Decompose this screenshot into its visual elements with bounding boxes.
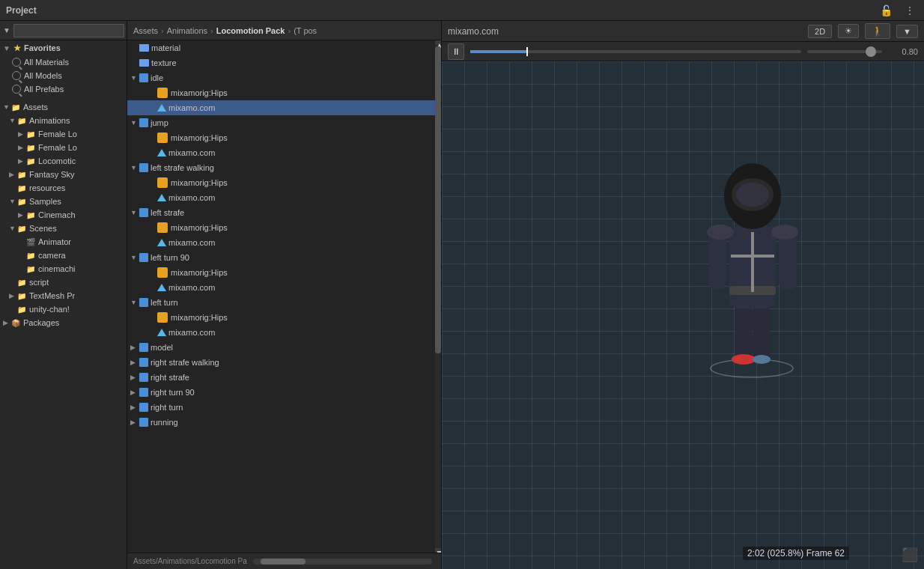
file-item-right-turn[interactable]: ▶ right turn xyxy=(127,400,435,415)
lighting-button[interactable]: ☀ xyxy=(838,24,859,38)
scroll-thumb[interactable] xyxy=(435,46,441,353)
sidebar-item-assets[interactable]: ▼ 📁 Assets xyxy=(0,100,127,114)
dropdown-arrow[interactable]: ▼ xyxy=(3,26,10,34)
file-item-left-strafe-walking[interactable]: ▼ left strafe walking xyxy=(127,160,435,175)
rsw-arrow[interactable]: ▶ xyxy=(130,359,139,366)
file-item-left-strafe[interactable]: ▼ left strafe xyxy=(127,205,435,220)
top-bar: Project 🔓 ⋮ xyxy=(0,0,924,21)
timeline-track[interactable] xyxy=(470,50,801,53)
2d-mode-button[interactable]: 2D xyxy=(808,25,832,38)
lt-arrow[interactable]: ▼ xyxy=(130,299,139,306)
file-item-lsw-anim[interactable]: mixamo.com xyxy=(127,190,435,205)
file-item-jump-hips[interactable]: mixamorig:Hips xyxy=(127,130,435,145)
file-item-right-strafe-walking[interactable]: ▶ right strafe walking xyxy=(127,355,435,370)
animations-label: Animations xyxy=(29,116,70,125)
sidebar-item-locomotic[interactable]: ▶ 📁 Locomotic xyxy=(0,154,127,168)
run-label: running xyxy=(151,418,178,427)
ls-label: left strafe xyxy=(151,208,184,217)
sidebar-item-cinemach[interactable]: ▶ 📁 Cinemach xyxy=(0,208,127,222)
sidebar-item-packages[interactable]: ▶ 📦 Packages xyxy=(0,316,127,329)
play-button[interactable]: ⏸ xyxy=(448,43,464,60)
file-item-material[interactable]: material xyxy=(127,40,435,55)
sidebar-item-all-materials[interactable]: All Materials xyxy=(0,55,127,69)
scroll-up-arrow[interactable]: ▲ xyxy=(435,40,441,45)
ls-arrow[interactable]: ▼ xyxy=(130,209,139,216)
file-item-lt-anim[interactable]: mixamo.com xyxy=(127,325,435,340)
timeline-speed-slider[interactable] xyxy=(807,50,882,53)
viewport-canvas: 2:02 (025.8%) Frame 62 ⬛ xyxy=(442,61,924,569)
sidebar-item-fantasy-sky[interactable]: ▶ 📁 Fantasy Sky xyxy=(0,168,127,181)
samp-icon: 📁 xyxy=(16,196,27,207)
model-cube-icon xyxy=(139,343,148,352)
jump-hips-icon xyxy=(157,133,168,143)
sidebar-item-all-prefabs[interactable]: All Prefabs xyxy=(0,82,127,96)
fs-arrow: ▶ xyxy=(9,171,16,178)
idle-arrow[interactable]: ▼ xyxy=(130,74,139,82)
sidebar-item-all-models[interactable]: All Models xyxy=(0,69,127,82)
samp-arrow: ▼ xyxy=(9,198,16,205)
file-item-texture[interactable]: texture xyxy=(127,55,435,70)
character-button[interactable]: 🚶 xyxy=(865,23,890,39)
file-item-idle[interactable]: ▼ idle xyxy=(127,70,435,85)
sidebar-item-scenes[interactable]: ▼ 📁 Scenes xyxy=(0,222,127,235)
file-item-lt90-anim[interactable]: mixamo.com xyxy=(127,280,435,295)
character-svg xyxy=(692,106,812,391)
breadcrumb-animations[interactable]: Animations xyxy=(167,26,207,35)
sidebar-item-samples[interactable]: ▼ 📁 Samples xyxy=(0,195,127,208)
breadcrumb-sep-1: › xyxy=(161,26,164,35)
file-item-ls-anim[interactable]: mixamo.com xyxy=(127,235,435,250)
file-item-model[interactable]: ▶ model xyxy=(127,340,435,355)
jump-arrow[interactable]: ▼ xyxy=(130,119,139,127)
all-materials-label: All Materials xyxy=(24,58,69,67)
lsw-cube-icon xyxy=(139,163,148,172)
favorites-arrow[interactable]: ▼ xyxy=(3,44,10,52)
rt-label: right turn xyxy=(151,403,183,412)
file-item-left-turn-90[interactable]: ▼ left turn 90 xyxy=(127,250,435,265)
scroll-down-arrow[interactable]: ▼ xyxy=(435,548,441,553)
menu-icon[interactable]: ⋮ xyxy=(902,3,918,18)
ls-hips-icon xyxy=(157,222,168,233)
model-arrow[interactable]: ▶ xyxy=(130,344,139,351)
dropdown-button[interactable]: ▼ xyxy=(896,25,918,38)
sidebar-item-cinemachi[interactable]: ▶ 📁 cinemachi xyxy=(0,262,127,276)
sidebar-item-female-lo-1[interactable]: ▶ 📁 Female Lo xyxy=(0,127,127,141)
file-item-running[interactable]: ▶ running xyxy=(127,415,435,430)
file-item-ls-hips[interactable]: mixamorig:Hips xyxy=(127,220,435,235)
run-cube-icon xyxy=(139,418,148,427)
run-arrow[interactable]: ▶ xyxy=(130,419,139,426)
rt-arrow[interactable]: ▶ xyxy=(130,404,139,411)
breadcrumb-locomotion[interactable]: Locomotion Pack xyxy=(216,26,285,35)
lt90-arrow[interactable]: ▼ xyxy=(130,254,139,261)
sidebar-item-unity-chan[interactable]: ▶ 📁 unity-chan! xyxy=(0,302,127,316)
breadcrumb-assets[interactable]: Assets xyxy=(133,26,158,35)
lock-icon[interactable]: 🔓 xyxy=(877,3,896,18)
file-item-idle-hips[interactable]: mixamorig:Hips xyxy=(127,85,435,100)
breadcrumb-sep-2: › xyxy=(210,26,213,35)
sidebar-item-resources[interactable]: ▶ 📁 resources xyxy=(0,181,127,195)
mid-panel-scrollbar[interactable]: ▲ ▼ xyxy=(435,40,441,553)
lsw-arrow[interactable]: ▼ xyxy=(130,164,139,171)
file-item-right-turn-90[interactable]: ▶ right turn 90 xyxy=(127,385,435,400)
horizontal-scrollbar[interactable] xyxy=(253,559,432,565)
file-item-right-strafe[interactable]: ▶ right strafe xyxy=(127,370,435,385)
file-item-left-turn[interactable]: ▼ left turn xyxy=(127,295,435,310)
sidebar-item-female-lo-2[interactable]: ▶ 📁 Female Lo xyxy=(0,141,127,154)
sidebar-item-textmesh[interactable]: ▶ 📁 TextMesh Pr xyxy=(0,289,127,302)
breadcrumb-tpos[interactable]: (T pos xyxy=(294,26,317,35)
file-item-lsw-hips[interactable]: mixamorig:Hips xyxy=(127,175,435,190)
viewport-title: mixamo.com xyxy=(448,26,802,37)
rs-arrow[interactable]: ▶ xyxy=(130,374,139,381)
file-item-idle-anim[interactable]: mixamo.com xyxy=(127,100,435,115)
res-icon: 📁 xyxy=(16,183,27,193)
sidebar-item-animations[interactable]: ▼ 📁 Animations xyxy=(0,114,127,127)
file-item-jump[interactable]: ▼ jump xyxy=(127,115,435,130)
file-item-jump-anim[interactable]: mixamo.com xyxy=(127,145,435,160)
rt90-arrow[interactable]: ▶ xyxy=(130,389,139,396)
file-item-lt-hips[interactable]: mixamorig:Hips xyxy=(127,310,435,325)
fs-icon: 📁 xyxy=(16,169,27,180)
sidebar-item-animator[interactable]: ▶ 🎬 Animator xyxy=(0,235,127,249)
search-input[interactable] xyxy=(13,24,124,37)
file-item-lt90-hips[interactable]: mixamorig:Hips xyxy=(127,265,435,280)
sidebar-item-camera[interactable]: ▶ 📁 camera xyxy=(0,249,127,262)
sidebar-item-script[interactable]: ▶ 📁 script xyxy=(0,276,127,289)
